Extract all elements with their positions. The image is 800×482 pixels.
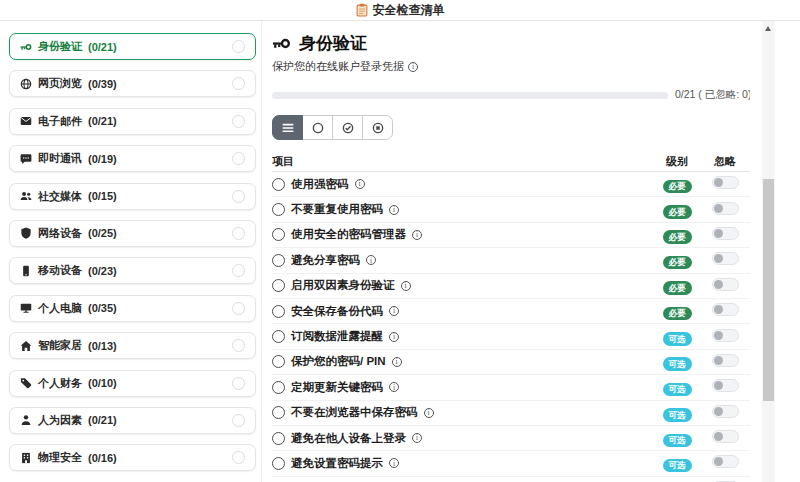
sidebar-item-checkbox[interactable]	[232, 451, 245, 464]
circle-filter-button[interactable]	[302, 115, 333, 140]
sidebar-item-1[interactable]: 身份验证 (0/21)	[9, 33, 256, 60]
sidebar-item-5[interactable]: 社交媒体 (0/15)	[9, 183, 256, 210]
page-title: 身份验证	[299, 32, 367, 55]
check-circle-icon	[341, 121, 355, 135]
info-icon[interactable]: i	[412, 230, 422, 240]
sidebar-item-9[interactable]: 智能家居 (0/13)	[9, 332, 256, 359]
person-icon	[20, 414, 32, 426]
scrollbar-track[interactable]	[762, 21, 775, 482]
sidebar-item-checkbox[interactable]	[232, 77, 245, 90]
item-label: 避免分享密码	[291, 253, 360, 268]
sidebar-item-12[interactable]: 物理安全 (0/16)	[9, 444, 256, 471]
info-icon[interactable]: i	[389, 205, 399, 215]
sidebar-item-checkbox[interactable]	[232, 414, 245, 427]
sidebar-item-3[interactable]: 电子邮件 (0/21)	[9, 108, 256, 135]
ignore-toggle[interactable]	[712, 329, 739, 342]
info-icon[interactable]: i	[424, 408, 434, 418]
info-icon[interactable]: i	[389, 458, 399, 468]
ignore-toggle[interactable]	[712, 303, 739, 316]
home-icon	[20, 340, 32, 352]
sidebar-item-label: 即时通讯	[38, 151, 82, 166]
sidebar-item-8[interactable]: 个人电脑 (0/35)	[9, 295, 256, 322]
sidebar-item-6[interactable]: 网络设备 (0/25)	[9, 220, 256, 247]
item-checkbox[interactable]	[272, 381, 285, 394]
info-icon[interactable]: i	[412, 433, 422, 443]
sidebar-item-checkbox[interactable]	[232, 152, 245, 165]
desktop-icon	[20, 302, 32, 314]
ignore-toggle[interactable]	[712, 405, 739, 418]
info-icon[interactable]: i	[389, 382, 399, 392]
item-checkbox[interactable]	[272, 355, 285, 368]
ignore-toggle[interactable]	[712, 227, 739, 240]
item-label: 不要重复使用密码	[291, 202, 383, 217]
info-icon[interactable]: i	[401, 281, 411, 291]
stop-circle-filter-button[interactable]	[362, 115, 393, 140]
sidebar-item-label: 网页浏览	[38, 76, 82, 91]
level-badge: 可选	[663, 459, 692, 473]
sidebar-item-label: 社交媒体	[38, 189, 82, 204]
sidebar-item-10[interactable]: 个人财务 (0/10)	[9, 370, 256, 397]
sidebar-item-checkbox[interactable]	[232, 40, 245, 53]
info-icon[interactable]: i	[366, 255, 376, 265]
item-checkbox[interactable]	[272, 330, 285, 343]
stop-circle-icon	[371, 121, 385, 135]
item-label: 订阅数据泄露提醒	[291, 329, 383, 344]
main-panel: 身份验证 保护您的在线账户登录凭据 i 0/21 ( 已忽略: 0) 项目 级别…	[272, 21, 750, 482]
info-icon[interactable]: i	[392, 357, 402, 367]
table-row: 避免分享密码 i 必要	[272, 248, 750, 273]
ignore-toggle[interactable]	[712, 430, 739, 443]
tag-icon	[20, 377, 32, 389]
sidebar-item-count: (0/13)	[88, 340, 117, 352]
item-label: 不要在浏览器中保存密码	[291, 405, 418, 420]
item-checkbox[interactable]	[272, 305, 285, 318]
sidebar-item-2[interactable]: 网页浏览 (0/39)	[9, 70, 256, 97]
item-checkbox[interactable]	[272, 254, 285, 267]
scrollbar-thumb[interactable]	[763, 179, 774, 401]
sidebar-item-count: (0/21)	[88, 414, 117, 426]
ignore-toggle[interactable]	[712, 252, 739, 265]
item-checkbox[interactable]	[272, 279, 285, 292]
ignore-toggle[interactable]	[712, 278, 739, 291]
info-icon[interactable]: i	[408, 62, 418, 72]
info-icon[interactable]: i	[389, 332, 399, 342]
item-checkbox[interactable]	[272, 432, 285, 445]
sidebar-item-checkbox[interactable]	[232, 377, 245, 390]
table-row: 启用双因素身份验证 i 必要	[272, 274, 750, 299]
sidebar-item-7[interactable]: 移动设备 (0/23)	[9, 257, 256, 284]
ignore-toggle[interactable]	[712, 354, 739, 367]
sidebar-item-label: 智能家居	[38, 338, 82, 353]
info-icon[interactable]: i	[355, 179, 365, 189]
sidebar-item-4[interactable]: 即时通讯 (0/19)	[9, 145, 256, 172]
sidebar-item-label: 移动设备	[38, 263, 82, 278]
ignore-toggle[interactable]	[712, 379, 739, 392]
sidebar-item-checkbox[interactable]	[232, 227, 245, 240]
sidebar-item-checkbox[interactable]	[232, 190, 245, 203]
ignore-toggle[interactable]	[712, 176, 739, 189]
item-label: 避免设置密码提示	[291, 456, 383, 471]
ignore-toggle[interactable]	[712, 202, 739, 215]
check-circle-filter-button[interactable]	[332, 115, 363, 140]
item-checkbox[interactable]	[272, 457, 285, 470]
item-label: 保护您的密码/ PIN	[291, 354, 386, 369]
ignore-toggle[interactable]	[712, 455, 739, 468]
sidebar-divider	[261, 21, 262, 482]
item-checkbox[interactable]	[272, 406, 285, 419]
progress-bar	[272, 92, 668, 99]
sidebar-item-checkbox[interactable]	[232, 264, 245, 277]
sidebar-item-count: (0/23)	[88, 265, 117, 277]
level-badge: 必要	[663, 281, 692, 295]
sidebar-item-count: (0/10)	[88, 377, 117, 389]
progress-row: 0/21 ( 已忽略: 0)	[272, 88, 750, 102]
item-checkbox[interactable]	[272, 228, 285, 241]
scroll-up-arrow[interactable]	[765, 26, 771, 31]
sidebar-item-checkbox[interactable]	[232, 302, 245, 315]
item-checkbox[interactable]	[272, 203, 285, 216]
sidebar-item-11[interactable]: 人为因素 (0/21)	[9, 407, 256, 434]
sidebar-item-checkbox[interactable]	[232, 115, 245, 128]
item-label: 使用强密码	[291, 177, 349, 192]
list-filter-button[interactable]	[272, 115, 303, 140]
item-checkbox[interactable]	[272, 178, 285, 191]
header-item: 项目	[272, 154, 654, 169]
info-icon[interactable]: i	[389, 306, 399, 316]
sidebar-item-checkbox[interactable]	[232, 339, 245, 352]
